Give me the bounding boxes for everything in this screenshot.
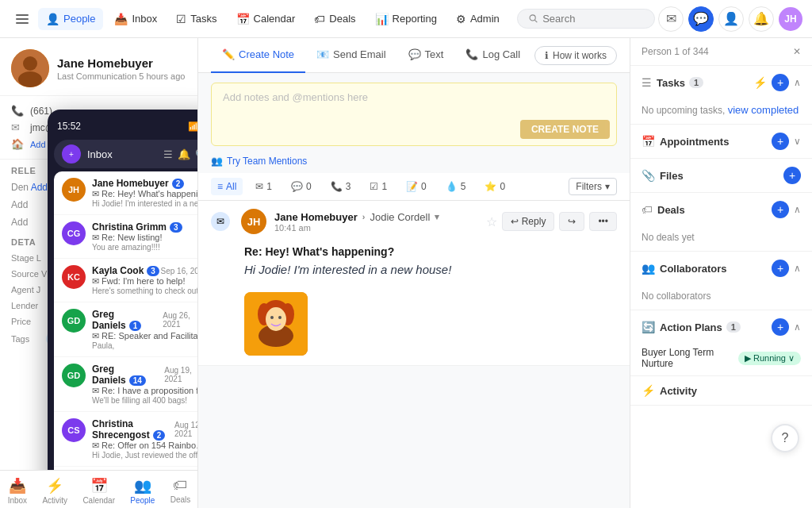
thread-task-icon: ☑ bbox=[370, 181, 378, 192]
email-actions: ☆ ↩ Reply ↪ ••• bbox=[486, 212, 617, 231]
deals-chevron-icon[interactable]: ∧ bbox=[794, 204, 801, 215]
bottom-activity-icon: ⚡ bbox=[46, 477, 63, 495]
tab-send-email[interactable]: 📧 Send Email bbox=[305, 38, 396, 73]
chat-button[interactable]: 💬 bbox=[688, 6, 714, 32]
appointments-section-header[interactable]: 📅 Appointments + ∨ bbox=[630, 125, 812, 158]
deals-add-button[interactable]: + bbox=[772, 201, 789, 218]
list-item[interactable]: JH Jane Homebuyer2 5h ✉ Re: Hey! What's … bbox=[54, 171, 198, 215]
msg-content: Greg Daniels14 Aug 19, 2021 ✉ Re: I have… bbox=[92, 364, 198, 405]
activity-title: Activity bbox=[660, 385, 801, 397]
more-button[interactable]: ••• bbox=[589, 212, 617, 231]
thread-tab-call[interactable]: 📞 3 bbox=[324, 178, 358, 195]
appointments-title: Appointments bbox=[660, 136, 767, 148]
close-icon[interactable]: ✕ bbox=[793, 46, 801, 57]
forward-button[interactable]: ↪ bbox=[559, 212, 584, 231]
user-avatar[interactable]: JH bbox=[779, 7, 802, 31]
mobile-time: 15:52 bbox=[57, 121, 81, 132]
deals-title: Deals bbox=[657, 204, 767, 216]
create-note-icon: ✏️ bbox=[222, 48, 235, 60]
appointments-chevron-icon[interactable]: ∨ bbox=[794, 136, 801, 147]
files-section: 📎 Files + bbox=[630, 159, 812, 193]
bottom-nav-inbox[interactable]: 📥 Inbox bbox=[2, 477, 33, 505]
bottom-people-icon: 👥 bbox=[134, 477, 151, 495]
reporting-icon: 📊 bbox=[375, 13, 389, 25]
email-header: ✉ JH Jane Homebuyer › Jodie Cordell ▾ 10… bbox=[198, 201, 630, 242]
search-bar[interactable] bbox=[517, 9, 655, 29]
thread-tab-drop[interactable]: 💧 5 bbox=[439, 178, 473, 195]
thread-tab-comment[interactable]: 💬 0 bbox=[285, 178, 318, 195]
flash-icon[interactable]: ⚡ bbox=[753, 76, 767, 89]
nav-item-deals[interactable]: 🏷 Deals bbox=[306, 8, 363, 30]
list-item[interactable]: CS Christina Shrecengost2 Aug 12, 2021 ✉… bbox=[54, 412, 198, 467]
bottom-nav-people[interactable]: 👥 People bbox=[124, 477, 161, 505]
create-note-button[interactable]: CREATE NOTE bbox=[520, 120, 610, 139]
thread-tab-star[interactable]: ⭐ 0 bbox=[478, 178, 511, 195]
running-badge[interactable]: ▶ Running ∨ bbox=[738, 352, 801, 365]
message-list: JH Jane Homebuyer2 5h ✉ Re: Hey! What's … bbox=[54, 171, 198, 508]
thread-call-icon: 📞 bbox=[331, 181, 343, 192]
email-button[interactable]: ✉ bbox=[658, 6, 684, 32]
mobile-overlay: 15:52 📶 🔋 + Inbox ☰ 🔔 🔍 JH bbox=[48, 110, 198, 508]
info-icon: ℹ bbox=[545, 50, 549, 61]
tasks-section-header[interactable]: ☰ Tasks 1 ⚡ + ∧ bbox=[630, 66, 812, 99]
filter-select[interactable]: Filters ▾ bbox=[569, 178, 617, 195]
thread-tab-note[interactable]: 📝 0 bbox=[400, 178, 433, 195]
star-icon[interactable]: ☆ bbox=[486, 214, 497, 229]
contacts-button[interactable]: 👤 bbox=[718, 6, 744, 32]
related-add[interactable]: Add bbox=[31, 182, 48, 193]
bottom-nav-activity[interactable]: ⚡ Activity bbox=[36, 477, 74, 505]
collaborators-add-button[interactable]: + bbox=[772, 260, 789, 277]
try-mentions-link[interactable]: 👥 Try Team Mentions bbox=[211, 156, 617, 167]
nav-item-inbox[interactable]: 📥 Inbox bbox=[106, 8, 165, 30]
view-completed-link[interactable]: view completed bbox=[728, 104, 799, 116]
list-item[interactable]: KC Kayla Cook3 Sep 16, 2021 ✉ Fwd: I'm h… bbox=[54, 259, 198, 302]
files-section-header[interactable]: 📎 Files + bbox=[630, 159, 812, 192]
tab-text[interactable]: 💬 Text bbox=[397, 38, 455, 73]
search-input[interactable] bbox=[542, 13, 643, 25]
nav-item-tasks[interactable]: ☑ Tasks bbox=[168, 8, 224, 30]
msg-badge: 3 bbox=[170, 222, 182, 233]
collaborators-chevron-icon[interactable]: ∧ bbox=[794, 263, 801, 274]
bottom-nav-deals[interactable]: 🏷 Deals bbox=[164, 477, 197, 505]
thread-tab-email[interactable]: ✉ 1 bbox=[249, 178, 278, 195]
reply-button[interactable]: ↩ Reply bbox=[502, 212, 555, 231]
bottom-inbox-icon: 📥 bbox=[9, 477, 26, 495]
how-it-works-button[interactable]: ℹ How it works bbox=[534, 46, 617, 65]
nav-item-admin[interactable]: ⚙ Admin bbox=[448, 8, 508, 30]
nav-item-reporting[interactable]: 📊 Reporting bbox=[367, 8, 445, 30]
notifications-button[interactable]: 🔔 bbox=[749, 6, 774, 32]
tasks-chevron-icon[interactable]: ∧ bbox=[794, 77, 801, 88]
tab-log-call[interactable]: 📞 Log Call bbox=[454, 38, 531, 73]
list-item[interactable]: CG Christina Grimm3 7h ✉ Re: New listing… bbox=[54, 215, 198, 259]
email-type-icon: ✉ bbox=[211, 212, 230, 231]
action-plans-section-header[interactable]: 🔄 Action Plans 1 + ∧ bbox=[630, 310, 812, 344]
tab-create-note[interactable]: ✏️ Create Note bbox=[211, 38, 305, 73]
bottom-nav-calendar[interactable]: 📅 Calendar bbox=[76, 477, 121, 505]
help-fab-button[interactable]: ? bbox=[771, 424, 799, 452]
appointments-icon: 📅 bbox=[642, 135, 655, 148]
tasks-add-button[interactable]: + bbox=[772, 74, 789, 91]
deals-section-header[interactable]: 🏷 Deals + ∧ bbox=[630, 193, 812, 226]
files-add-button[interactable]: + bbox=[783, 167, 801, 184]
email-thread-item: ✉ JH Jane Homebuyer › Jodie Cordell ▾ 10… bbox=[198, 201, 630, 366]
inbox-bar[interactable]: + Inbox ☰ 🔔 🔍 bbox=[54, 140, 198, 168]
nav-item-calendar[interactable]: 📅 Calendar bbox=[228, 8, 304, 30]
tasks-count: 1 bbox=[689, 77, 703, 88]
list-item[interactable]: GD Greg Daniels1 Aug 26, 2021 ✉ RE: Spea… bbox=[54, 302, 198, 357]
action-plans-add-button[interactable]: + bbox=[772, 318, 789, 336]
thread-comment-icon: 💬 bbox=[291, 181, 303, 192]
collaborators-section-header[interactable]: 👥 Collaborators + ∧ bbox=[630, 252, 812, 285]
sidebar-toggle-button[interactable] bbox=[10, 6, 35, 32]
contact-info: Jane Homebuyer Last Communication 5 hour… bbox=[57, 56, 185, 81]
list-item[interactable]: GD Greg Daniels14 Aug 19, 2021 ✉ Re: I h… bbox=[54, 357, 198, 412]
appointments-add-button[interactable]: + bbox=[772, 133, 789, 150]
thread-tab-task[interactable]: ☑ 1 bbox=[363, 178, 393, 195]
svg-rect-1 bbox=[16, 18, 29, 20]
thread-tab-all[interactable]: ≡ All bbox=[211, 178, 243, 195]
nav-item-people[interactable]: 👤 People bbox=[38, 8, 103, 30]
action-plans-chevron-icon[interactable]: ∧ bbox=[794, 321, 801, 333]
activity-section-header[interactable]: ⚡ Activity bbox=[630, 376, 812, 405]
note-editor-area[interactable]: Add notes and @mentions here CREATE NOTE bbox=[211, 83, 617, 146]
email-meta: Jane Homebuyer › Jodie Cordell ▾ 10:41 a… bbox=[274, 211, 478, 233]
msg-content: Christina Grimm3 7h ✉ Re: New listing! Y… bbox=[92, 221, 198, 252]
